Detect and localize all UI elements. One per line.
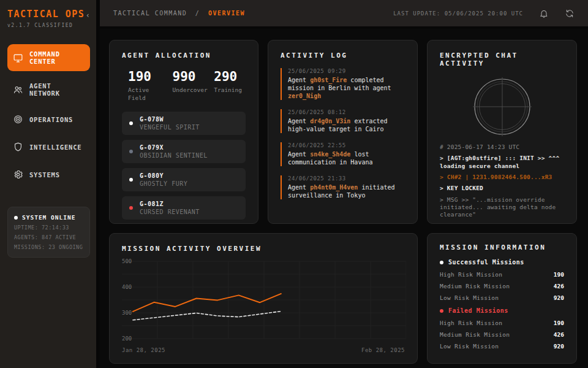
agent-row-g-078w[interactable]: G-078WVENGEFUL SPIRIT (122, 112, 246, 135)
mission-stat-row: Low Risk Mission920 (440, 343, 564, 350)
breadcrumb-root[interactable]: TACTICAL COMMAND (113, 10, 187, 17)
mission-stat-row: Low Risk Mission920 (440, 294, 564, 301)
app-root: TACTICAL OPS v2.1.7 CLASSIFIED ‹ COMMAND… (0, 0, 588, 368)
agent-info: G-081ZCURSED REVENANT (140, 201, 200, 215)
log-message: Agent dr4g0n_V3in extracted high-value t… (288, 117, 405, 133)
agent-code: G-079X (140, 144, 208, 151)
agent-row-g-081z[interactable]: G-081ZCURSED REVENANT (122, 196, 246, 220)
activity-log-scroll-area[interactable]: 25/06/2025 09:29Agent gh0st_Fire complet… (281, 68, 405, 207)
svg-text:200: 200 (122, 335, 132, 342)
mission-group-header: Failed Missions (440, 307, 564, 314)
mission-activity-chart: 500400300200 (122, 258, 406, 342)
group-status-dot (440, 309, 443, 313)
encrypted-chat-title: ENCRYPTED CHAT ACTIVITY (440, 52, 564, 67)
agent-row-g-079x[interactable]: G-079XOBSIDIAN SENTINEL (122, 140, 246, 163)
log-timestamp: 24/06/2025 22:55 (288, 142, 405, 148)
breadcrumb-separator: / (195, 10, 200, 17)
terminal-line: > CH#2 | 1231.9082464.500...xR3 (440, 174, 564, 181)
agent-allocation-panel: AGENT ALLOCATION 190Active Field990Under… (109, 40, 258, 224)
sidebar-collapse-button[interactable]: ‹ (86, 11, 90, 20)
mission-stat-value: 426 (554, 283, 564, 289)
breadcrumb-current: OVERVIEW (208, 10, 245, 17)
mission-stat-label: Medium Risk Mission (440, 331, 510, 338)
sidebar-item-command-center[interactable]: COMMAND CENTER (7, 44, 90, 71)
log-timestamp: 24/06/2025 21:33 (288, 175, 405, 182)
agent-row-g-080y[interactable]: G-080YGHOSTLY FURY (122, 168, 246, 191)
activity-log-panel: ACTIVITY LOG 25/06/2025 09:29Agent gh0st… (268, 40, 418, 224)
sidebar-nav: COMMAND CENTERAGENT NETWORKOPERATIONSINT… (7, 44, 90, 191)
mission-stat-value: 190 (554, 320, 564, 326)
sidebar-item-label: AGENT NETWORK (29, 82, 85, 97)
allocation-stat-undercover: 990Undercover (173, 69, 208, 102)
system-status-title: SYSTEM ONLINE (22, 214, 75, 221)
agent-status-dot (129, 150, 133, 153)
header-right: LAST UPDATE: 05/06/2025 20:00 UTC (393, 9, 575, 18)
shield-icon (13, 142, 23, 152)
stat-value: 290 (214, 69, 242, 84)
sidebar-item-operations[interactable]: OPERATIONS (7, 108, 90, 131)
agent-handle: zer0_Nigh (288, 93, 321, 99)
mission-stat-row: High Risk Mission190 (440, 320, 564, 326)
mission-information-title: MISSION INFORMATION (440, 243, 564, 251)
sidebar-item-agent-network[interactable]: AGENT NETWORK (7, 76, 90, 103)
mission-groups: Successful MissionsHigh Risk Mission190M… (440, 259, 564, 350)
mission-stat-label: High Risk Mission (440, 271, 502, 278)
online-status-dot (14, 216, 18, 220)
group-label: Successful Missions (448, 259, 524, 266)
agent-status-dot (129, 178, 133, 182)
agent-code: G-081Z (140, 201, 200, 207)
mission-stat-label: Low Risk Mission (440, 294, 499, 301)
mission-stat-value: 190 (554, 271, 564, 278)
log-timestamp: 25/06/2025 08:12 (288, 109, 405, 115)
mission-stat-row: Medium Risk Mission426 (440, 283, 564, 289)
agent-handle: sn4ke_Sh4de (310, 151, 350, 158)
mission-group-failed-missions: Failed MissionsHigh Risk Mission190Mediu… (440, 307, 564, 350)
stat-label: Undercover (173, 86, 208, 94)
right-column: TACTICAL COMMAND / OVERVIEW LAST UPDATE:… (100, 0, 588, 368)
top-bar: TACTICAL COMMAND / OVERVIEW LAST UPDATE:… (100, 0, 588, 29)
mission-activity-title: MISSION ACTIVITY OVERVIEW (122, 245, 405, 253)
mission-stat-row: High Risk Mission190 (440, 271, 564, 278)
app-title: TACTICAL OPS (7, 9, 85, 20)
agent-status-dot (129, 121, 133, 125)
svg-text:400: 400 (122, 284, 132, 290)
target-icon (13, 114, 23, 125)
mission-stat-value: 920 (554, 294, 564, 301)
mission-stat-value: 426 (554, 331, 564, 338)
terminal-line: > KEY LOCKED (440, 185, 564, 192)
breadcrumb: TACTICAL COMMAND / OVERVIEW (113, 10, 245, 17)
mission-information-panel: MISSION INFORMATION Successful MissionsH… (427, 233, 577, 364)
mission-stat-label: High Risk Mission (440, 320, 502, 326)
sidebar-item-label: OPERATIONS (29, 116, 73, 123)
agent-list: G-078WVENGEFUL SPIRITG-079XOBSIDIAN SENT… (122, 112, 246, 220)
mission-stat-row: Medium Risk Mission426 (440, 331, 564, 338)
mission-stat-label: Low Risk Mission (440, 343, 499, 350)
last-update-label: LAST UPDATE: 05/06/2025 20:00 UTC (393, 10, 523, 17)
system-status-title-row: SYSTEM ONLINE (14, 214, 83, 221)
log-message: Agent gh0st_Fire completed mission in Be… (288, 76, 405, 100)
terminal-line: > [AGT:gh0stfire] ::: INIT >> ^^^ loadin… (440, 155, 564, 170)
group-status-dot (440, 261, 443, 264)
bell-icon[interactable] (539, 9, 549, 18)
allocation-stat-active-field: 190Active Field (128, 69, 166, 102)
sidebar-item-intelligence[interactable]: INTELLIGENCE (7, 136, 90, 158)
refresh-icon[interactable] (565, 9, 575, 18)
radar-crosshair-graphic (468, 76, 537, 137)
logo-block: TACTICAL OPS v2.1.7 CLASSIFIED (7, 9, 85, 28)
gear-icon (13, 169, 23, 180)
monitor-icon (13, 53, 23, 63)
system-status-line: MISSIONS: 23 ONGOING (14, 244, 83, 250)
sidebar-item-label: COMMAND CENTER (29, 50, 85, 65)
mission-stat-value: 920 (554, 343, 564, 350)
allocation-stat-training: 290Training (214, 69, 242, 102)
log-message: Agent ph4nt0m_H4ven initiated surveillan… (288, 183, 405, 199)
svg-text:300: 300 (122, 310, 132, 316)
terminal-line: > MSG >> "...mission override initiated.… (440, 196, 564, 219)
mission-activity-panel: MISSION ACTIVITY OVERVIEW 500400300200 J… (109, 233, 418, 364)
log-entry: 24/06/2025 21:33Agent ph4nt0m_H4ven init… (281, 175, 405, 199)
log-entry: 25/06/2025 09:29Agent gh0st_Fire complet… (281, 68, 405, 100)
x-axis-start-label: Jan 28, 2025 (122, 347, 165, 353)
agent-name: OBSIDIAN SENTINEL (140, 152, 208, 159)
sidebar-item-systems[interactable]: SYSTEMS (7, 163, 90, 186)
app-version: v2.1.7 CLASSIFIED (7, 23, 85, 28)
